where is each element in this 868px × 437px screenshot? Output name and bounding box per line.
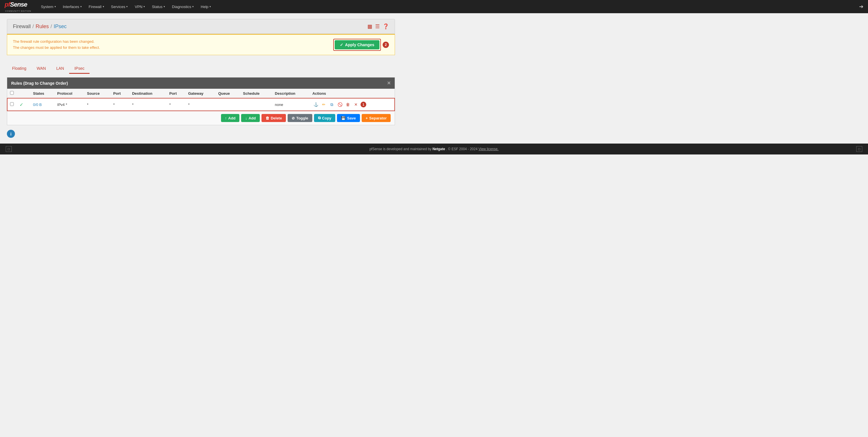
row-destination-cell: * [129,98,166,111]
apply-changes-wrapper: ✓ Apply Changes 2 [333,39,389,51]
tab-floating[interactable]: Floating [7,64,32,74]
apply-changes-button[interactable]: ✓ Apply Changes [335,40,379,50]
add-top-icon: ↑ [225,116,227,120]
nav-status-link[interactable]: Status ▾ [149,3,168,11]
nav-firewall-link[interactable]: Firewall ▾ [86,3,107,11]
states-link[interactable]: 0/0 B [33,102,42,107]
nav-interfaces[interactable]: Interfaces ▾ [60,3,85,11]
rules-table-header: Rules (Drag to Change Order) ✕ [7,77,395,89]
add-bottom-button[interactable]: ↓ Add [241,114,260,122]
row-dest-port-cell: * [166,98,185,111]
nav-services-link[interactable]: Services ▾ [108,3,131,11]
add-bottom-icon: ↓ [245,116,247,120]
row-checkbox[interactable] [10,102,14,106]
col-dest-port: Port [166,89,185,98]
footer-right-icons: □ [856,146,862,152]
nav-firewall[interactable]: Firewall ▾ [86,3,107,11]
nav-services[interactable]: Services ▾ [108,3,131,11]
row-queue-cell [215,98,240,111]
bottom-actions: ↑ Add ↓ Add 🗑 Delete ⊘ Toggle ⧉ Copy 💾 S [7,111,395,125]
row-source-cell: * [84,98,110,111]
disable-icon[interactable]: 🚫 [336,101,343,108]
nav-vpn-link[interactable]: VPN ▾ [132,3,148,11]
col-enabled [17,89,30,98]
copy-rule-icon[interactable]: ⧉ [329,101,335,108]
edit-icon[interactable]: ✏ [320,101,327,108]
separator-icon: + [366,116,368,120]
footer-right-icon[interactable]: □ [856,146,862,152]
separator-label: Separator [369,116,386,120]
alert-banner: The firewall rule configuration has been… [7,34,395,55]
copy-button[interactable]: ⧉ Copy [314,114,336,122]
nav-help[interactable]: Help ▾ [198,3,214,11]
tabs-container: Floating WAN LAN IPsec [7,60,395,74]
col-checkbox [7,89,17,98]
delete-button[interactable]: 🗑 Delete [261,114,286,122]
logo-text: pfSense [5,1,27,8]
row-enabled-cell: ✓ [17,98,30,111]
row-schedule-cell [240,98,272,111]
row-protocol-cell: IPv4 * [54,98,84,111]
help-icon[interactable]: ❓ [383,23,389,30]
footer-left-icon[interactable]: □ [6,146,12,152]
tab-ipsec[interactable]: IPsec [69,64,90,74]
alert-text: The firewall rule configuration has been… [13,39,100,51]
page-content: Firewall / Rules / IPsec ▩ ☰ ❓ The firew… [0,13,402,144]
footer-brand: Netgate [433,147,445,151]
nav-help-link[interactable]: Help ▾ [198,3,214,11]
breadcrumb-ipsec: IPsec [54,24,67,30]
row-states-cell: 0/0 B [30,98,54,111]
remove-icon[interactable]: ✕ [352,101,360,108]
add-top-button[interactable]: ↑ Add [221,114,240,122]
alert-line2: The changes must be applied for them to … [13,45,100,51]
rules-table: States Protocol Source Port Destination … [7,89,395,111]
footer-is: is developed and maintained by [383,147,433,151]
save-button[interactable]: 💾 Save [337,114,360,122]
col-source-port: Port [111,89,129,98]
brand: pfSense COMMUNITY EDITION [5,1,31,12]
rules-table-close-icon[interactable]: ✕ [387,81,391,86]
list-icon[interactable]: ☰ [375,23,380,30]
delete-label: Delete [271,116,282,120]
logo-sub: COMMUNITY EDITION [5,10,31,12]
breadcrumb-sep2: / [51,24,52,30]
add-bottom-label: Add [249,116,256,120]
col-protocol: Protocol [54,89,84,98]
nav-diagnostics-link[interactable]: Diagnostics ▾ [169,3,197,11]
tab-wan[interactable]: WAN [32,64,51,74]
nav-interfaces-link[interactable]: Interfaces ▾ [60,3,85,11]
col-gateway: Gateway [185,89,215,98]
footer-pfsense: pfSense [369,147,382,151]
rules-table-container: Rules (Drag to Change Order) ✕ States Pr… [7,77,395,125]
col-source: Source [84,89,110,98]
nav-system[interactable]: System ▾ [38,3,59,11]
delete-icon: 🗑 [266,116,269,120]
nav-vpn[interactable]: VPN ▾ [132,3,148,11]
chart-icon[interactable]: ▩ [367,23,372,30]
footer-license-link[interactable]: View license. [478,147,499,151]
checkmark-icon: ✓ [340,42,343,47]
apply-changes-label: Apply Changes [345,42,374,47]
tab-lan[interactable]: LAN [51,64,69,74]
table-header-row: States Protocol Source Port Destination … [7,89,395,98]
action-icons: ⚓ ✏ ⧉ 🚫 🗑 ✕ 1 [312,101,392,108]
nav-diagnostics[interactable]: Diagnostics ▾ [169,3,197,11]
enabled-checkmark-icon: ✓ [20,102,23,107]
info-icon[interactable]: i [7,130,15,138]
logout-button[interactable]: ➔ [859,3,863,10]
toggle-button[interactable]: ⊘ Toggle [288,114,312,122]
breadcrumb: Firewall / Rules / IPsec [13,24,67,30]
nav-system-link[interactable]: System ▾ [38,3,59,11]
select-all-checkbox[interactable] [10,91,14,95]
col-actions: Actions [309,89,395,98]
separator-button[interactable]: + Separator [362,114,391,122]
page-header: Firewall / Rules / IPsec ▩ ☰ ❓ [7,19,395,34]
col-schedule: Schedule [240,89,272,98]
delete-rule-icon[interactable]: 🗑 [344,101,351,108]
copy-label: Copy [322,116,332,120]
rule-badge: 1 [361,102,366,107]
row-checkbox-cell [7,98,17,111]
nav-status[interactable]: Status ▾ [149,3,168,11]
breadcrumb-rules[interactable]: Rules [36,24,49,30]
anchor-icon[interactable]: ⚓ [312,101,319,108]
